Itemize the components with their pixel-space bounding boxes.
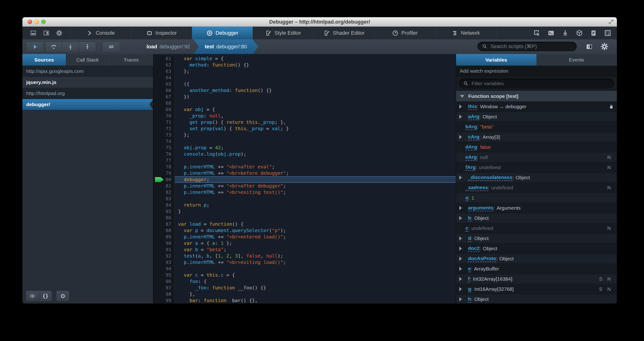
expand-arrow-icon[interactable] [459,176,464,180]
variable-row-bArg[interactable]: bArg:"beta" [456,122,617,132]
toggle-panel-button[interactable] [586,43,593,50]
variables-tab-events[interactable]: Events [536,54,617,66]
add-watch-expression[interactable]: Add watch expression [456,66,617,76]
variable-row-cArg[interactable]: cArg:Array[3] [456,132,617,142]
variable-value[interactable]: false [480,144,491,150]
resume-button[interactable] [26,42,44,52]
expand-arrow-icon[interactable] [459,277,464,281]
variable-value[interactable]: Object [474,296,489,302]
variable-value[interactable]: Object [474,215,489,221]
variable-name[interactable]: this [468,104,477,110]
line-number[interactable]: 62 [154,62,175,68]
line-number[interactable]: 72 [154,126,175,132]
pretty-print-button[interactable]: {} [39,290,52,302]
variable-value[interactable]: undefined [472,226,493,231]
line-number[interactable]: 81 [154,183,175,189]
debugger-options-button[interactable] [600,43,608,50]
line-number[interactable]: 67 [154,94,175,100]
expand-arrow-icon[interactable] [459,216,464,220]
variable-value[interactable]: ArrayBuffer [474,266,499,272]
variable-name[interactable]: dArg [466,144,477,150]
line-number[interactable]: 89 [154,234,175,240]
filter-variables-input[interactable]: Filter variables [459,78,614,88]
tab-debugger[interactable]: Debugger [192,27,253,40]
line-number[interactable]: 84 [154,202,175,208]
line-number[interactable]: 93 [154,259,175,266]
variable-value[interactable]: undefined [479,164,500,170]
variable-value[interactable]: Object [474,236,489,241]
variable-row-d[interactable]: d:Object [456,234,617,244]
variable-row-arguments[interactable]: arguments:Arguments [456,203,617,213]
close-button[interactable] [28,20,32,24]
expand-arrow-icon[interactable] [459,236,464,240]
variable-value[interactable]: Object [500,256,514,262]
line-number[interactable]: 82 [154,189,175,196]
variable-name[interactable]: _disconsolateness [468,174,512,181]
tab-style-editor[interactable]: Style Editor [253,27,314,40]
variable-row-this[interactable]: this:Window → debugger [456,102,617,112]
breadcrumb-frame-load[interactable]: loaddebugger/:92 [146,44,190,50]
expand-arrow-icon[interactable] [459,114,464,119]
variable-name[interactable]: g [468,286,471,292]
variables-tab-variables[interactable]: Variables [456,54,536,66]
line-number[interactable]: 94 [154,266,175,272]
variable-row-docAsProto[interactable]: docAsProto:Object [456,254,617,264]
variable-value[interactable]: null [480,154,488,160]
variable-name[interactable]: fArg [466,164,476,171]
variable-row-dArg[interactable]: dArg:false [456,142,617,152]
variable-row-eArg[interactable]: eArg:nullN [456,152,617,162]
dock-side-button[interactable] [43,30,50,36]
expand-arrow-icon[interactable] [459,135,464,139]
variable-name[interactable]: d [468,235,471,242]
line-number[interactable]: 87 [154,221,175,227]
line-number[interactable]: 79 [154,170,175,176]
scope-header[interactable]: Function scope [test] [456,91,617,102]
line-number[interactable]: 70 [154,113,175,119]
line-number[interactable]: 92 [154,253,175,259]
variable-row-_sadness[interactable]: _sadness:undefinedN [456,183,617,193]
variable-row-_disconsolateness[interactable]: _disconsolateness:Object [456,172,617,183]
expand-arrow-icon[interactable] [459,287,464,291]
variable-row-c[interactable]: c:undefinedN [456,223,617,234]
variable-value[interactable]: Int16Array[32768] [474,286,514,292]
variable-row-fArg[interactable]: fArg:undefinedN [456,162,617,172]
line-number[interactable]: 91 [154,246,175,253]
breadcrumb-frame-test-active[interactable]: testdebugger/:80 [194,40,258,54]
source-item-jquery-min-js[interactable]: jquery.min.js [22,77,153,88]
expand-arrow-icon[interactable] [459,104,464,109]
variable-name[interactable]: arguments [468,205,493,211]
variable-value[interactable]: Array[3] [483,134,500,140]
variable-row-f[interactable]: f:Int32Array[16384]S N [456,274,617,284]
step-over-button[interactable] [45,42,62,52]
search-scripts-input[interactable]: Search scripts (⌘P) [478,42,577,51]
line-number[interactable]: 97 [154,285,175,291]
variable-row-aArg[interactable]: aArg:Object [456,112,617,122]
toolbox-options-button[interactable] [56,30,62,36]
pick-element-button[interactable] [533,30,540,36]
line-number[interactable]: 77 [154,157,175,164]
scratchpad-button[interactable] [590,30,597,36]
tab-inspector[interactable]: Inspector [131,27,192,40]
step-in-button[interactable] [62,42,79,52]
variable-name[interactable]: a [466,195,468,201]
line-number[interactable]: 61 [154,56,175,62]
variable-value[interactable]: Int32Array[16384] [473,276,512,282]
variable-name[interactable]: c [466,225,468,232]
dock-bottom-button[interactable] [30,30,36,36]
line-number[interactable]: 76 [154,151,175,157]
variable-name[interactable]: h [468,296,471,302]
responsive-mode-button[interactable] [604,30,611,36]
line-number[interactable]: 69 [154,106,175,113]
line-number[interactable]: 83 [154,196,175,202]
tab-console[interactable]: Console [70,27,131,40]
tab-profiler[interactable]: Profiler [374,27,436,40]
line-number[interactable]: 78 [154,164,175,170]
variable-value[interactable]: Window → debugger [480,104,526,110]
line-number[interactable]: 86 [154,214,175,221]
tab-network[interactable]: Network [436,27,496,40]
variable-row-e[interactable]: e:ArrayBuffer [456,264,617,274]
line-number[interactable]: 64 [154,74,175,81]
line-number[interactable]: 65 [154,81,175,87]
variable-name[interactable]: b [468,215,471,222]
variable-value[interactable]: "beta" [480,124,494,130]
